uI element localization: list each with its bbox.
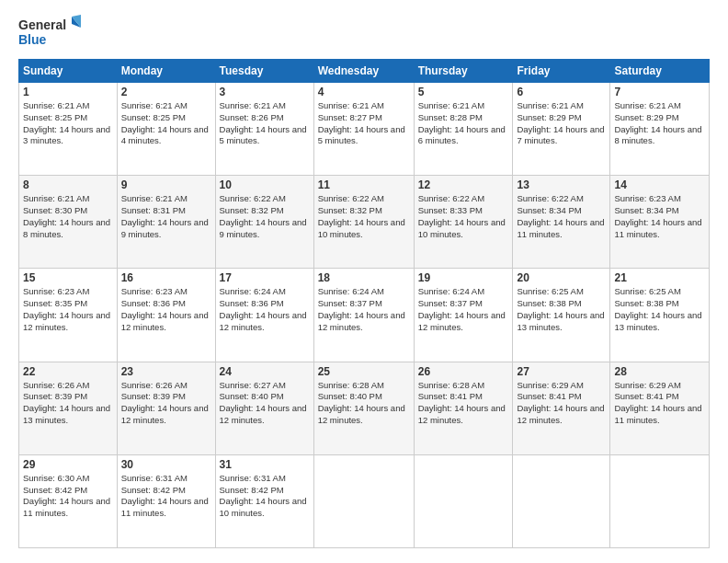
day-number: 9: [121, 178, 211, 191]
day-number: 6: [517, 86, 606, 98]
calendar-day-19: 19 Sunrise: 6:24 AM Sunset: 8:37 PM Dayl…: [414, 269, 513, 362]
col-header-monday: Monday: [117, 60, 215, 83]
calendar-day-26: 26 Sunrise: 6:28 AM Sunset: 8:41 PM Dayl…: [414, 362, 513, 454]
calendar-week-0: 1 Sunrise: 6:21 AM Sunset: 8:25 PM Dayli…: [19, 83, 710, 176]
day-info: Sunrise: 6:31 AM Sunset: 8:42 PM Dayligh…: [121, 473, 211, 520]
calendar-day-4: 4 Sunrise: 6:21 AM Sunset: 8:27 PM Dayli…: [313, 83, 414, 176]
logo-svg: General Blue: [18, 15, 83, 50]
day-info: Sunrise: 6:24 AM Sunset: 8:37 PM Dayligh…: [418, 286, 509, 333]
day-number: 17: [220, 271, 310, 284]
day-info: Sunrise: 6:21 AM Sunset: 8:31 PM Dayligh…: [121, 193, 211, 240]
day-number: 31: [220, 458, 310, 471]
day-info: Sunrise: 6:21 AM Sunset: 8:26 PM Dayligh…: [220, 100, 310, 147]
day-number: 1: [23, 86, 113, 98]
calendar-day-6: 6 Sunrise: 6:21 AM Sunset: 8:29 PM Dayli…: [513, 83, 610, 176]
day-number: 22: [23, 365, 113, 378]
calendar-week-4: 29 Sunrise: 6:30 AM Sunset: 8:42 PM Dayl…: [19, 454, 710, 547]
day-number: 10: [220, 178, 310, 191]
calendar-week-3: 22 Sunrise: 6:26 AM Sunset: 8:39 PM Dayl…: [19, 362, 710, 454]
empty-cell: [313, 454, 414, 547]
day-number: 2: [121, 86, 211, 98]
day-info: Sunrise: 6:23 AM Sunset: 8:34 PM Dayligh…: [614, 193, 705, 240]
calendar-header-row: SundayMondayTuesdayWednesdayThursdayFrid…: [19, 60, 710, 83]
day-info: Sunrise: 6:25 AM Sunset: 8:38 PM Dayligh…: [614, 286, 705, 333]
calendar-day-15: 15 Sunrise: 6:23 AM Sunset: 8:35 PM Dayl…: [19, 269, 118, 362]
calendar-day-16: 16 Sunrise: 6:23 AM Sunset: 8:36 PM Dayl…: [117, 269, 215, 362]
day-info: Sunrise: 6:28 AM Sunset: 8:40 PM Dayligh…: [318, 380, 410, 427]
header: General Blue: [18, 15, 710, 50]
day-info: Sunrise: 6:30 AM Sunset: 8:42 PM Dayligh…: [23, 473, 113, 520]
calendar-day-30: 30 Sunrise: 6:31 AM Sunset: 8:42 PM Dayl…: [117, 454, 215, 547]
calendar-week-2: 15 Sunrise: 6:23 AM Sunset: 8:35 PM Dayl…: [19, 269, 710, 362]
day-number: 8: [23, 178, 113, 191]
day-info: Sunrise: 6:23 AM Sunset: 8:36 PM Dayligh…: [121, 286, 211, 333]
logo: General Blue: [18, 15, 83, 50]
calendar-day-1: 1 Sunrise: 6:21 AM Sunset: 8:25 PM Dayli…: [19, 83, 118, 176]
day-number: 20: [517, 271, 606, 284]
calendar-day-13: 13 Sunrise: 6:22 AM Sunset: 8:34 PM Dayl…: [513, 176, 610, 269]
calendar-day-27: 27 Sunrise: 6:29 AM Sunset: 8:41 PM Dayl…: [513, 362, 610, 454]
empty-cell: [414, 454, 513, 547]
day-number: 24: [220, 365, 310, 378]
calendar-day-29: 29 Sunrise: 6:30 AM Sunset: 8:42 PM Dayl…: [19, 454, 118, 547]
calendar-day-31: 31 Sunrise: 6:31 AM Sunset: 8:42 PM Dayl…: [215, 454, 313, 547]
day-number: 16: [121, 271, 211, 284]
col-header-friday: Friday: [513, 60, 610, 83]
day-info: Sunrise: 6:31 AM Sunset: 8:42 PM Dayligh…: [220, 473, 310, 520]
day-number: 18: [318, 271, 410, 284]
day-info: Sunrise: 6:22 AM Sunset: 8:34 PM Dayligh…: [517, 193, 606, 240]
day-number: 30: [121, 458, 211, 471]
day-info: Sunrise: 6:29 AM Sunset: 8:41 PM Dayligh…: [614, 380, 705, 427]
day-info: Sunrise: 6:24 AM Sunset: 8:36 PM Dayligh…: [220, 286, 310, 333]
day-info: Sunrise: 6:21 AM Sunset: 8:25 PM Dayligh…: [23, 100, 113, 147]
day-info: Sunrise: 6:22 AM Sunset: 8:32 PM Dayligh…: [220, 193, 310, 240]
page: General Blue SundayMondayTuesdayWednesda…: [0, 0, 728, 563]
day-info: Sunrise: 6:22 AM Sunset: 8:33 PM Dayligh…: [418, 193, 509, 240]
day-number: 15: [23, 271, 113, 284]
day-number: 12: [418, 178, 509, 191]
day-number: 26: [418, 365, 509, 378]
empty-cell: [610, 454, 710, 547]
calendar-day-21: 21 Sunrise: 6:25 AM Sunset: 8:38 PM Dayl…: [610, 269, 710, 362]
day-info: Sunrise: 6:21 AM Sunset: 8:28 PM Dayligh…: [418, 100, 509, 147]
col-header-saturday: Saturday: [610, 60, 710, 83]
day-info: Sunrise: 6:26 AM Sunset: 8:39 PM Dayligh…: [23, 380, 113, 427]
calendar-day-10: 10 Sunrise: 6:22 AM Sunset: 8:32 PM Dayl…: [215, 176, 313, 269]
day-number: 28: [614, 365, 705, 378]
day-info: Sunrise: 6:23 AM Sunset: 8:35 PM Dayligh…: [23, 286, 113, 333]
calendar-day-18: 18 Sunrise: 6:24 AM Sunset: 8:37 PM Dayl…: [313, 269, 414, 362]
calendar-day-17: 17 Sunrise: 6:24 AM Sunset: 8:36 PM Dayl…: [215, 269, 313, 362]
calendar-day-9: 9 Sunrise: 6:21 AM Sunset: 8:31 PM Dayli…: [117, 176, 215, 269]
calendar-day-20: 20 Sunrise: 6:25 AM Sunset: 8:38 PM Dayl…: [513, 269, 610, 362]
day-number: 29: [23, 458, 113, 471]
day-info: Sunrise: 6:21 AM Sunset: 8:30 PM Dayligh…: [23, 193, 113, 240]
day-number: 5: [418, 86, 509, 98]
calendar-day-14: 14 Sunrise: 6:23 AM Sunset: 8:34 PM Dayl…: [610, 176, 710, 269]
day-info: Sunrise: 6:28 AM Sunset: 8:41 PM Dayligh…: [418, 380, 509, 427]
calendar-day-28: 28 Sunrise: 6:29 AM Sunset: 8:41 PM Dayl…: [610, 362, 710, 454]
calendar-day-12: 12 Sunrise: 6:22 AM Sunset: 8:33 PM Dayl…: [414, 176, 513, 269]
day-info: Sunrise: 6:21 AM Sunset: 8:29 PM Dayligh…: [614, 100, 705, 147]
calendar-day-7: 7 Sunrise: 6:21 AM Sunset: 8:29 PM Dayli…: [610, 83, 710, 176]
calendar-day-5: 5 Sunrise: 6:21 AM Sunset: 8:28 PM Dayli…: [414, 83, 513, 176]
calendar-day-3: 3 Sunrise: 6:21 AM Sunset: 8:26 PM Dayli…: [215, 83, 313, 176]
day-number: 19: [418, 271, 509, 284]
col-header-wednesday: Wednesday: [313, 60, 414, 83]
day-info: Sunrise: 6:29 AM Sunset: 8:41 PM Dayligh…: [517, 380, 606, 427]
calendar-day-22: 22 Sunrise: 6:26 AM Sunset: 8:39 PM Dayl…: [19, 362, 118, 454]
day-info: Sunrise: 6:24 AM Sunset: 8:37 PM Dayligh…: [318, 286, 410, 333]
empty-cell: [513, 454, 610, 547]
day-number: 3: [220, 86, 310, 98]
col-header-thursday: Thursday: [414, 60, 513, 83]
calendar-day-24: 24 Sunrise: 6:27 AM Sunset: 8:40 PM Dayl…: [215, 362, 313, 454]
day-number: 14: [614, 178, 705, 191]
day-number: 27: [517, 365, 606, 378]
day-number: 11: [318, 178, 410, 191]
day-number: 21: [614, 271, 705, 284]
day-info: Sunrise: 6:22 AM Sunset: 8:32 PM Dayligh…: [318, 193, 410, 240]
svg-text:General: General: [18, 17, 66, 32]
calendar-day-2: 2 Sunrise: 6:21 AM Sunset: 8:25 PM Dayli…: [117, 83, 215, 176]
day-info: Sunrise: 6:21 AM Sunset: 8:25 PM Dayligh…: [121, 100, 211, 147]
col-header-sunday: Sunday: [19, 60, 118, 83]
day-info: Sunrise: 6:25 AM Sunset: 8:38 PM Dayligh…: [517, 286, 606, 333]
